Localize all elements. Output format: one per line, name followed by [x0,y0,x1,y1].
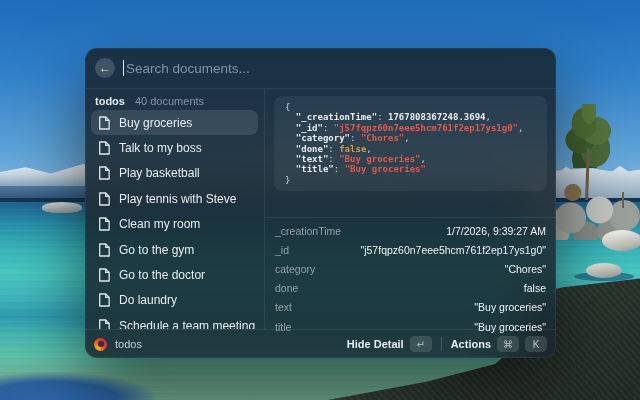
json-code-block: { "_creationTime": 1767808367248.3694, "… [274,96,547,191]
list-item-label: Go to the doctor [119,268,205,282]
list-item-label: Do laundry [119,293,177,307]
metadata-row: _id"j57fqpz60n7eee5hcm761f2ep17ys1g0" [265,240,556,259]
code-line: { [285,102,536,112]
wallpaper-white-boulder-small [586,263,622,278]
wallpaper-deep-water-patch [0,372,156,400]
document-icon [98,293,110,307]
back-button[interactable]: ← [95,58,115,78]
list-item-label: Clean my room [119,217,200,231]
window-body: todos 40 documents Buy groceriesTalk to … [85,89,556,329]
list-item[interactable]: Clean my room [91,212,258,237]
hide-detail-button[interactable]: Hide Detail [347,338,404,350]
metadata-label: category [275,263,315,275]
document-icon [98,217,110,231]
collection-name: todos [95,95,125,107]
search-input[interactable]: Search documents... [126,61,250,76]
document-icon [98,192,110,206]
command-palette-window: ← Search documents... todos 40 documents… [85,48,556,358]
document-icon [98,243,110,257]
list-item-label: Talk to my boss [119,141,202,155]
metadata-value: "Chores" [505,263,546,275]
code-line: "_id": "j57fqpz60n7eee5hcm761f2ep17ys1g0… [285,123,536,133]
metadata-value: false [524,282,546,294]
actions-button[interactable]: Actions [451,338,491,350]
metadata-row: category"Chores" [265,259,556,278]
list-item[interactable]: Play tennis with Steve [91,186,258,211]
detail-panel: { "_creationTime": 1767808367248.3694, "… [264,89,556,329]
list-item-label: Play basketball [119,166,200,180]
metadata-label: _id [275,244,289,256]
code-line: } [285,175,536,185]
code-line: "category": "Chores", [285,133,536,143]
code-line: "done": false, [285,144,536,154]
footer-app-name: todos [115,338,142,350]
list-item[interactable]: Play basketball [91,161,258,186]
wallpaper-white-boulder [602,230,640,251]
metadata-value: "j57fqpz60n7eee5hcm761f2ep17ys1g0" [360,244,546,256]
metadata-row: text"Buy groceries" [265,298,556,317]
metadata-value: "Buy groceries" [474,301,546,313]
metadata-label: text [275,301,292,313]
list-item[interactable]: Do laundry [91,288,258,313]
document-list: Buy groceriesTalk to my bossPlay basketb… [85,110,264,329]
code-line: "title": "Buy groceries" [285,164,536,174]
metadata-value: 1/7/2026, 9:39:27 AM [446,225,546,237]
footer-separator [441,337,442,351]
list-item[interactable]: Buy groceries [91,110,258,135]
search-bar: ← Search documents... [85,48,556,89]
document-icon [98,319,110,329]
document-icon [98,268,110,282]
metadata-row: donefalse [265,279,556,298]
wallpaper-pine-trunk-small [622,192,624,208]
document-icon [98,141,110,155]
convex-logo-icon [94,338,107,351]
k-key-icon: K [525,336,547,352]
metadata-label: _creationTime [275,225,341,237]
list-item-label: Play tennis with Steve [119,192,236,206]
code-line: "_creationTime": 1767808367248.3694, [285,112,536,122]
list-item[interactable]: Go to the gym [91,237,258,262]
document-icon [98,116,110,130]
list-item[interactable]: Talk to my boss [91,135,258,160]
list-section-header: todos 40 documents [85,89,264,107]
text-cursor [123,60,124,76]
back-arrow-icon: ← [99,61,111,75]
command-key-icon: ⌘ [497,336,519,352]
list-item[interactable]: Schedule a team meeting [91,313,258,329]
metadata-row: _creationTime1/7/2026, 9:39:27 AM [265,221,556,240]
code-line: "text": "Buy groceries", [285,154,536,164]
document-icon [98,166,110,180]
json-preview-section: { "_creationTime": 1767808367248.3694, "… [265,89,556,218]
list-item-label: Schedule a team meeting [119,319,255,329]
list-item-label: Buy groceries [119,116,192,130]
metadata-label: done [275,282,298,294]
enter-key-icon: ↵ [410,336,432,352]
document-count: 40 documents [135,95,204,107]
list-item-label: Go to the gym [119,243,194,257]
footer-actions: Hide Detail ↵ Actions ⌘ K [347,336,547,352]
list-item[interactable]: Go to the doctor [91,262,258,287]
footer-bar: todos Hide Detail ↵ Actions ⌘ K [85,329,556,358]
documents-panel: todos 40 documents Buy groceriesTalk to … [85,89,264,329]
metadata-table: _creationTime1/7/2026, 9:39:27 AM_id"j57… [265,218,556,336]
wallpaper-pine-tree-small [606,136,640,198]
wallpaper-small-rocks [42,202,82,213]
